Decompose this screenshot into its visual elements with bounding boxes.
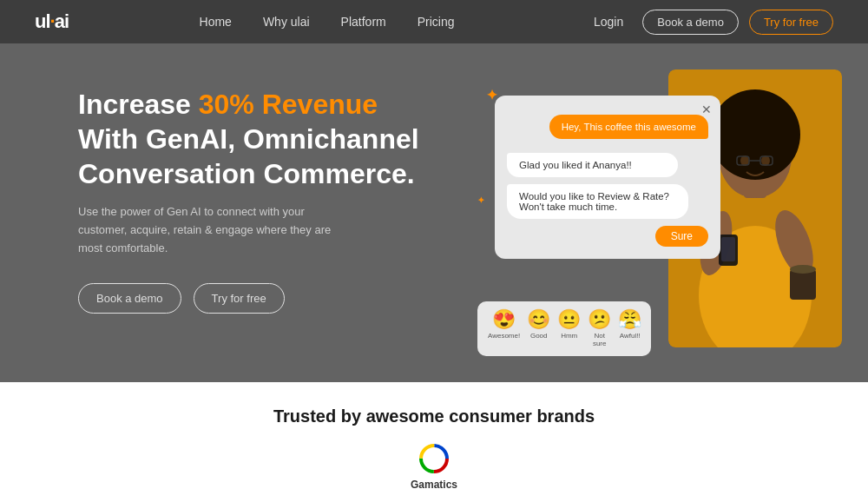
trusted-section: Trusted by awesome consumer brands Gamat… xyxy=(0,382,868,489)
emoji-item-awesome[interactable]: 😍 Awesome! xyxy=(488,310,520,347)
emoji-awesome-label: Awesome! xyxy=(488,332,520,340)
hero-left: Increase 30% Revenue With GenAI, Omnicha… xyxy=(78,78,443,314)
emoji-hmm-icon: 😐 xyxy=(557,310,581,329)
nav-item-whyulai[interactable]: Why ulai xyxy=(263,14,310,30)
svg-rect-11 xyxy=(790,269,816,300)
hero-right: ✦ ✦ ✦ ✦ ✕ Hey, This coffee this awesome … xyxy=(469,78,833,356)
trusted-logos: Gamatics xyxy=(35,442,833,489)
nav-link-home[interactable]: Home xyxy=(200,15,232,29)
star-icon-3: ✦ xyxy=(477,195,484,205)
chat-message-1: Hey, This coffee this awesome xyxy=(549,115,708,139)
hero-title-highlight: 30% Revenue xyxy=(199,89,378,120)
gamatics-logo: Gamatics xyxy=(411,442,457,489)
login-button[interactable]: Login xyxy=(585,10,632,34)
nav-item-home[interactable]: Home xyxy=(200,14,232,30)
emoji-good-icon: 😊 xyxy=(527,310,550,329)
logo[interactable]: ul·ai xyxy=(35,10,69,33)
emoji-item-good[interactable]: 😊 Good xyxy=(527,310,550,347)
try-free-button[interactable]: Try for free xyxy=(749,10,833,35)
svg-point-20 xyxy=(427,452,441,466)
chat-message-2: Glad you liked it Ananya!! xyxy=(507,153,678,177)
svg-point-4 xyxy=(710,89,800,180)
chat-widget: ✕ Hey, This coffee this awesome Glad you… xyxy=(495,96,720,259)
nav-link-platform[interactable]: Platform xyxy=(341,15,386,29)
book-demo-button[interactable]: Book a demo xyxy=(642,10,739,35)
nav-item-platform[interactable]: Platform xyxy=(341,14,386,30)
hero-title-prefix: Increase xyxy=(78,89,199,120)
chat-message-3: Would you like to Review & Rate? Won't t… xyxy=(507,184,688,219)
svg-point-12 xyxy=(790,265,816,274)
emoji-awful-label: Awful!! xyxy=(620,332,641,340)
emoji-awesome-icon: 😍 xyxy=(492,310,516,329)
nav-link-pricing[interactable]: Pricing xyxy=(418,15,455,29)
nav-link-whyulai[interactable]: Why ulai xyxy=(263,15,310,29)
hero-buttons: Book a demo Try for free xyxy=(78,283,443,314)
trusted-title: Trusted by awesome consumer brands xyxy=(35,406,833,426)
emoji-rating-row: 😍 Awesome! 😊 Good 😐 Hmm 😕 Not sure 😤 Awf… xyxy=(477,301,651,356)
emoji-item-awful[interactable]: 😤 Awful!! xyxy=(618,310,641,347)
nav-links: Home Why ulai Platform Pricing xyxy=(200,14,455,30)
emoji-awful-icon: 😤 xyxy=(618,310,641,329)
close-icon[interactable]: ✕ xyxy=(701,102,712,116)
emoji-item-notsure[interactable]: 😕 Not sure xyxy=(588,310,611,347)
hero-title: Increase 30% Revenue With GenAI, Omnicha… xyxy=(78,87,443,191)
nav-actions: Login Book a demo Try for free xyxy=(585,10,833,35)
chat-sure-button[interactable]: Sure xyxy=(655,226,708,247)
gamatics-ring-icon xyxy=(418,442,450,475)
hero-book-demo-button[interactable]: Book a demo xyxy=(78,283,181,314)
hero-section: Increase 30% Revenue With GenAI, Omnicha… xyxy=(0,43,868,382)
emoji-notsure-icon: 😕 xyxy=(588,310,611,329)
hero-subtitle: Use the power of Gen AI to connect with … xyxy=(78,203,347,257)
svg-point-6 xyxy=(761,155,770,166)
emoji-item-hmm[interactable]: 😐 Hmm xyxy=(557,310,581,347)
emoji-hmm-label: Hmm xyxy=(561,332,577,340)
emoji-notsure-label: Not sure xyxy=(588,332,611,347)
nav-item-pricing[interactable]: Pricing xyxy=(418,14,455,30)
hero-try-free-button[interactable]: Try for free xyxy=(194,283,285,314)
emoji-good-label: Good xyxy=(530,332,548,340)
logo-text: ul·ai xyxy=(35,10,69,33)
svg-rect-15 xyxy=(721,237,735,261)
navbar: ul·ai Home Why ulai Platform Pricing Log… xyxy=(0,0,868,43)
gamatics-label: Gamatics xyxy=(411,479,457,489)
